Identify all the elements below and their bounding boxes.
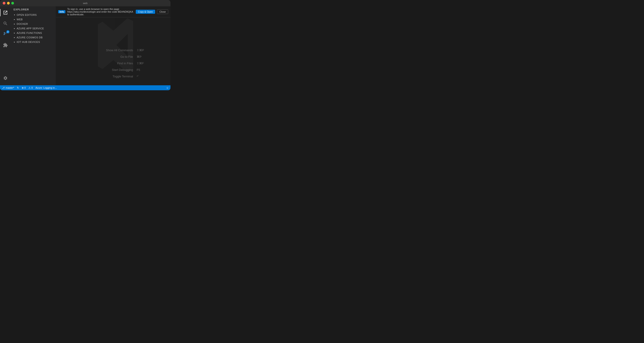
- shortcut-start-debugging: Start Debugging F5: [106, 68, 148, 71]
- activity-explorer[interactable]: [0, 7, 11, 18]
- traffic-lights: [3, 2, 14, 5]
- status-bar: ⎇ master* ↻ ⊗ 0 ⚠ 0 Azure: Logging in...…: [0, 85, 170, 90]
- minimize-button[interactable]: [7, 2, 10, 5]
- close-button[interactable]: [3, 2, 6, 5]
- copy-open-button[interactable]: Copy & Open: [136, 10, 155, 14]
- chevron-azure-functions: ▸: [13, 31, 16, 35]
- tree-item-azure-functions[interactable]: ▸ AZURE FUNCTIONS: [11, 31, 56, 35]
- tree-item-open-editors[interactable]: ▾ OPEN EDITORS: [11, 13, 56, 17]
- status-branch[interactable]: ⎇ master*: [2, 86, 14, 89]
- tree-item-web[interactable]: ▸ WEB: [11, 17, 56, 22]
- tree-item-docker[interactable]: ▸ DOCKER: [11, 22, 56, 26]
- shortcuts-panel: Show All Commands ⇧⌘P Go to File ⌘P Find…: [106, 48, 148, 78]
- status-azure[interactable]: Azure: Logging in...: [36, 86, 57, 89]
- shortcut-show-all-commands: Show All Commands ⇧⌘P: [106, 48, 148, 52]
- status-warnings[interactable]: ⚠ 0: [28, 86, 33, 89]
- shortcut-find-in-files: Find in Files ⇧⌘F: [106, 61, 148, 65]
- chevron-azure-app-service: ▸: [13, 27, 16, 30]
- sync-icon: ↻: [17, 86, 19, 89]
- activity-search[interactable]: [0, 18, 11, 29]
- info-badge: Info: [58, 10, 66, 13]
- titlebar: web: [0, 0, 170, 6]
- explorer-section: ▾ OPEN EDITORS ▸ WEB ▸ DOCKER ▸ AZURE AP…: [11, 13, 56, 85]
- chevron-iot-hub-devices: ▸: [13, 40, 16, 44]
- chevron-docker: ▸: [13, 22, 16, 26]
- activity-bar: 2: [0, 6, 11, 85]
- notification-text: To sign in, use a web browser to open th…: [67, 8, 134, 16]
- shortcut-toggle-terminal: Toggle Terminal ^`: [106, 75, 148, 78]
- editor-area: Info To sign in, use a web browser to op…: [56, 6, 170, 85]
- status-errors[interactable]: ⊗ 0: [22, 86, 26, 89]
- chevron-web: ▸: [13, 18, 16, 21]
- sidebar-header: EXPLORER: [11, 6, 56, 13]
- activity-settings[interactable]: [0, 73, 11, 84]
- feedback-icon: ☺: [166, 86, 169, 89]
- git-branch-icon: ⎇: [2, 86, 5, 89]
- activity-extensions[interactable]: [0, 40, 11, 51]
- tree-item-azure-app-service[interactable]: ▸ AZURE APP SERVICE: [11, 26, 56, 31]
- status-feedback[interactable]: ☺: [166, 86, 169, 89]
- maximize-button[interactable]: [11, 2, 14, 5]
- close-notification-button[interactable]: Close: [157, 10, 168, 14]
- status-sync[interactable]: ↻: [17, 86, 19, 89]
- sidebar: EXPLORER ▾ OPEN EDITORS ▸ WEB ▸ DOCKER ▸…: [11, 6, 56, 85]
- tree-item-azure-cosmos-db[interactable]: ▸ AZURE COSMOS DB: [11, 35, 56, 40]
- tree-item-iot-hub-devices[interactable]: ▸ IOT HUB DEVICES: [11, 40, 56, 44]
- window-title: web: [83, 2, 88, 5]
- activity-source-control[interactable]: 2: [0, 29, 11, 40]
- source-control-badge: 2: [6, 30, 10, 33]
- app-container: 2 EXPLORER ▾ OPEN EDITORS ▸ WEB: [0, 6, 170, 85]
- chevron-open-editors: ▾: [13, 13, 16, 17]
- shortcut-go-to-file: Go to File ⌘P: [106, 55, 148, 58]
- chevron-azure-cosmos-db: ▸: [13, 36, 16, 39]
- editor-content: Show All Commands ⇧⌘P Go to File ⌘P Find…: [56, 17, 170, 85]
